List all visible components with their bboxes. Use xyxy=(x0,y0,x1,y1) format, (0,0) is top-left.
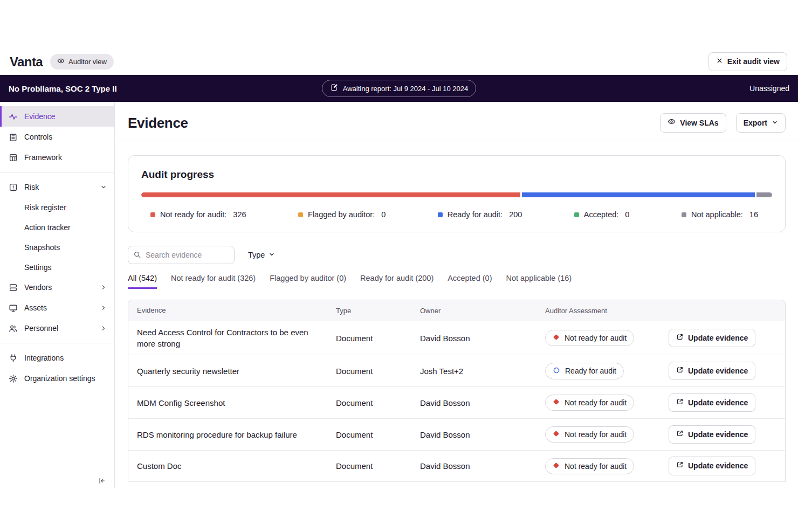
evidence-type: Document xyxy=(336,367,420,376)
type-filter-dropdown[interactable]: Type xyxy=(248,251,275,259)
external-link-icon xyxy=(676,398,684,407)
evidence-type: Document xyxy=(336,334,420,343)
assessment-badge[interactable]: Not ready for audit xyxy=(545,395,634,411)
assessment-label: Not ready for audit xyxy=(565,334,627,342)
update-evidence-button[interactable]: Update evidence xyxy=(669,362,755,380)
brand-group: Vanta Auditor view xyxy=(10,54,114,70)
update-evidence-button[interactable]: Update evidence xyxy=(669,425,755,444)
sidebar-item-label: Evidence xyxy=(24,112,56,121)
sidebar-item-controls[interactable]: Controls xyxy=(0,127,114,147)
audit-progress-bar xyxy=(141,192,772,197)
evidence-owner: David Bosson xyxy=(420,398,545,407)
sidebar-divider xyxy=(0,343,114,343)
evidence-type: Document xyxy=(336,430,420,439)
sidebar-item-label: Organization settings xyxy=(24,374,95,383)
column-header-owner: Owner xyxy=(420,307,545,315)
update-evidence-label: Update evidence xyxy=(688,366,748,376)
assessment-label: Not ready for audit xyxy=(565,430,627,439)
sidebar-item-label: Controls xyxy=(24,133,52,141)
close-icon xyxy=(716,57,723,66)
sidebar-item-assets[interactable]: Assets xyxy=(0,298,114,318)
view-slas-button[interactable]: View SLAs xyxy=(660,113,726,132)
tab-not-applicable[interactable]: Not applicable (16) xyxy=(506,274,572,289)
sidebar-item-organization-settings[interactable]: Organization settings xyxy=(0,368,114,389)
sidebar-item-snapshots[interactable]: Snapshots xyxy=(0,237,114,257)
sidebar-item-evidence[interactable]: Evidence xyxy=(0,106,114,127)
sidebar-item-vendors[interactable]: Vendors xyxy=(0,277,114,298)
tab-flagged-by-auditor[interactable]: Flagged by auditor (0) xyxy=(270,274,346,289)
assignee-label: Unassigned xyxy=(476,84,789,93)
sidebar-item-risk[interactable]: Risk xyxy=(0,177,114,197)
update-evidence-label: Update evidence xyxy=(688,398,748,407)
eye-icon xyxy=(668,118,676,128)
evidence-name: Need Access Control for Contractors to b… xyxy=(128,321,336,355)
update-evidence-button[interactable]: Update evidence xyxy=(669,393,755,412)
search-input[interactable] xyxy=(128,246,235,264)
evidence-owner: David Bosson xyxy=(420,430,545,439)
tab-all[interactable]: All (542) xyxy=(128,274,157,289)
sidebar-item-risk-register[interactable]: Risk register xyxy=(0,197,114,217)
table-body: Need Access Control for Contractors to b… xyxy=(128,321,785,482)
assessment-badge[interactable]: Ready for audit xyxy=(545,363,624,379)
sidebar-item-label: Action tracker xyxy=(24,223,71,232)
exit-audit-view-button[interactable]: Exit audit view xyxy=(708,52,787,71)
status-tabs: All (542) Not ready for audit (326) Flag… xyxy=(128,274,786,289)
monitor-icon xyxy=(9,303,18,313)
tab-accepted[interactable]: Accepted (0) xyxy=(448,274,492,289)
column-header-evidence: Evidence xyxy=(128,306,336,315)
evidence-name: MDM Config Screenshot xyxy=(128,392,336,414)
assessment-label: Not ready for audit xyxy=(565,462,627,471)
sidebar-item-label: Personnel xyxy=(24,324,58,333)
legend-item-ready: Ready for audit: 200 xyxy=(438,210,522,219)
sidebar-item-integrations[interactable]: Integrations xyxy=(0,348,114,368)
sidebar-item-label: Assets xyxy=(24,303,47,312)
update-evidence-button[interactable]: Update evidence xyxy=(669,329,755,347)
app-body: Evidence Controls Framework Risk Risk re… xyxy=(0,102,798,488)
sidebar-item-framework[interactable]: Framework xyxy=(0,147,114,168)
auditor-view-badge: Auditor view xyxy=(50,54,114,70)
eye-icon xyxy=(57,57,65,66)
legend-label: Ready for audit: xyxy=(448,210,503,219)
assessment-badge[interactable]: Not ready for audit xyxy=(545,330,634,346)
external-link-icon xyxy=(676,333,684,343)
main-content: Evidence View SLAs Export Audit p xyxy=(115,102,798,488)
sidebar-item-label: Risk xyxy=(24,183,39,191)
legend-item-accepted: Accepted: 0 xyxy=(574,210,630,219)
evidence-owner: David Bosson xyxy=(420,461,545,471)
export-button[interactable]: Export xyxy=(736,113,786,132)
evidence-owner: David Bosson xyxy=(420,334,545,343)
export-label: Export xyxy=(744,118,767,128)
tab-ready-for-audit[interactable]: Ready for audit (200) xyxy=(360,274,434,289)
activity-icon xyxy=(9,112,18,121)
sidebar-item-action-tracker[interactable]: Action tracker xyxy=(0,217,114,237)
evidence-table: Evidence Type Owner Auditor Assessment N… xyxy=(128,300,786,482)
tab-not-ready-for-audit[interactable]: Not ready for audit (326) xyxy=(171,274,256,289)
assessment-badge[interactable]: Not ready for audit xyxy=(545,426,634,443)
legend-swatch xyxy=(574,212,579,217)
collapse-sidebar-icon[interactable] xyxy=(98,477,106,487)
awaiting-report-badge: Awaiting report: Jul 9 2024 - Jul 10 202… xyxy=(322,80,476,97)
external-link-icon xyxy=(676,366,684,376)
progress-segment-not-ready xyxy=(141,192,520,197)
chevron-down-icon xyxy=(772,118,778,128)
evidence-name: RDS monitoring procedure for backup fail… xyxy=(128,424,336,446)
not-ready-diamond-icon xyxy=(553,430,560,439)
progress-legend: Not ready for audit: 326 Flagged by audi… xyxy=(141,210,772,219)
ready-circle-icon xyxy=(553,367,560,376)
filter-row: Type xyxy=(128,246,786,264)
legend-label: Flagged by auditor: xyxy=(308,210,375,219)
gear-icon xyxy=(9,374,18,383)
header-divider xyxy=(115,141,798,141)
assessment-badge[interactable]: Not ready for audit xyxy=(545,458,634,474)
update-evidence-button[interactable]: Update evidence xyxy=(669,457,755,475)
sidebar-item-settings[interactable]: Settings xyxy=(0,257,114,277)
audit-banner: No Probllama, SOC 2 Type II Awaiting rep… xyxy=(0,75,798,102)
sidebar-item-label: Risk register xyxy=(24,203,66,212)
type-filter-label: Type xyxy=(248,251,265,259)
vanta-logo: Vanta xyxy=(10,54,43,70)
evidence-name: Quarterly security newsletter xyxy=(128,360,336,382)
sidebar-item-label: Settings xyxy=(24,263,52,272)
not-ready-diamond-icon xyxy=(553,462,560,471)
sidebar-item-personnel[interactable]: Personnel xyxy=(0,318,114,338)
page-title: Evidence xyxy=(128,115,188,132)
